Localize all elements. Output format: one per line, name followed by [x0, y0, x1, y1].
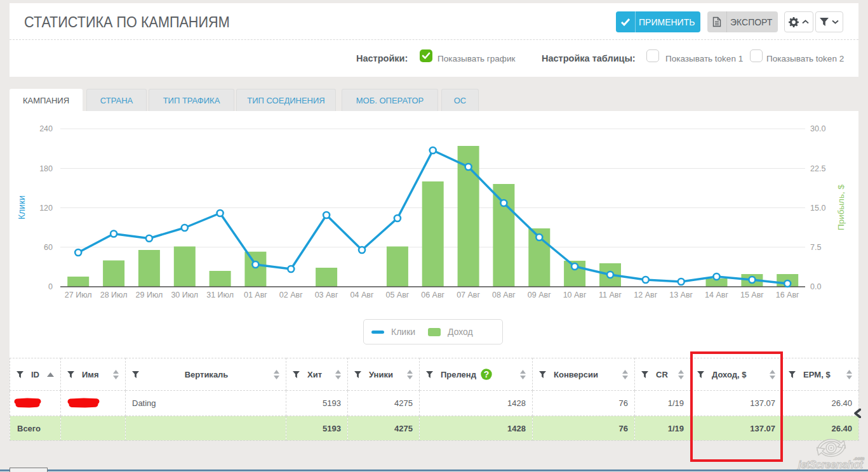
svg-text:30.0: 30.0	[810, 124, 825, 133]
svg-text:08 Авг: 08 Авг	[492, 291, 516, 299]
svg-text:10 Авг: 10 Авг	[563, 291, 587, 299]
svg-text:01 Авг: 01 Авг	[244, 291, 267, 299]
svg-text:.com: .com	[853, 456, 865, 461]
svg-text:?: ?	[484, 369, 490, 379]
svg-text:15.0: 15.0	[810, 204, 825, 213]
svg-text:15 Авг: 15 Авг	[740, 291, 764, 299]
svg-text:120: 120	[39, 204, 53, 213]
svg-text:12 Авг: 12 Авг	[634, 291, 657, 299]
svg-text:240: 240	[39, 124, 53, 133]
svg-text:04 Авг: 04 Авг	[351, 291, 374, 299]
svg-text:31 Июл: 31 Июл	[206, 291, 234, 299]
svg-text:03 Авг: 03 Авг	[315, 291, 338, 299]
svg-text:28 Июл: 28 Июл	[100, 291, 128, 299]
svg-text:09 Авг: 09 Авг	[528, 291, 551, 299]
svg-text:13 Авг: 13 Авг	[669, 291, 693, 299]
svg-text:14 Авг: 14 Авг	[705, 291, 728, 299]
svg-text:30 Июл: 30 Июл	[171, 291, 198, 299]
svg-text:27 Июл: 27 Июл	[65, 291, 92, 299]
svg-text:05 Авг: 05 Авг	[385, 291, 409, 299]
svg-text:180: 180	[39, 164, 53, 173]
svg-text:0.0: 0.0	[810, 282, 821, 291]
svg-text:Прибыль, $: Прибыль, $	[836, 184, 846, 230]
svg-text:06 Авг: 06 Авг	[421, 291, 444, 299]
svg-text:02 Авг: 02 Авг	[279, 291, 303, 299]
svg-text:60: 60	[44, 243, 53, 252]
svg-text:22.5: 22.5	[810, 164, 825, 173]
svg-text:0: 0	[48, 282, 53, 291]
svg-text:7.5: 7.5	[810, 243, 821, 252]
svg-text:07 Авг: 07 Авг	[457, 291, 480, 299]
svg-text:Клики: Клики	[17, 195, 27, 220]
svg-text:16 Авг: 16 Авг	[776, 291, 799, 299]
svg-text:29 Июл: 29 Июл	[136, 291, 163, 299]
svg-text:11 Авг: 11 Авг	[599, 291, 622, 299]
